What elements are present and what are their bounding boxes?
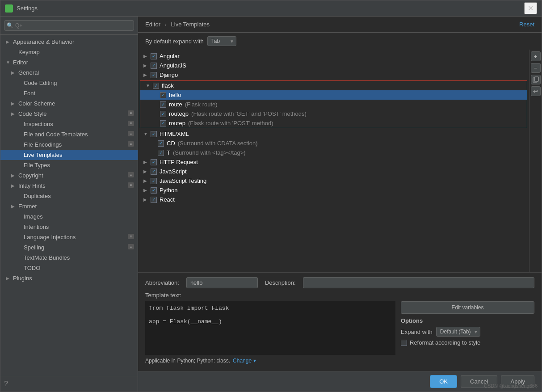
list-item[interactable]: CD (Surround with CDATA section) — [138, 139, 529, 148]
item-checkbox[interactable] — [158, 150, 164, 156]
group-expand-icon: ▶ — [143, 188, 149, 193]
item-checkbox[interactable] — [160, 120, 166, 126]
sidebar-item-live-templates[interactable]: Live Templates — [0, 150, 138, 160]
sidebar-item-label: Color Scheme — [18, 100, 55, 107]
options-panel: Options Expand with Default (Tab) Tab Sp… — [401, 317, 534, 346]
list-item[interactable]: ▶ Python — [138, 185, 529, 195]
list-item[interactable]: routep (Flask route with 'POST' method) — [140, 118, 527, 128]
sidebar-item-duplicates[interactable]: Duplicates — [0, 191, 138, 201]
item-checkbox[interactable] — [160, 101, 166, 108]
group-checkbox[interactable] — [151, 169, 157, 175]
list-item[interactable]: ▶ HTTP Request — [138, 157, 529, 167]
list-item[interactable]: ▶ JavaScript Testing — [138, 176, 529, 185]
sidebar-item-images[interactable]: Images — [0, 211, 138, 222]
sidebar-item-todo[interactable]: TODO — [0, 263, 138, 273]
sidebar-item-keymap[interactable]: Keymap — [0, 47, 138, 57]
sidebar-item-plugins[interactable]: ▶ Plugins — [0, 273, 138, 283]
svg-text:≡: ≡ — [130, 235, 132, 239]
sidebar-item-file-code-templates[interactable]: File and Code Templates ≡ — [0, 129, 138, 139]
options-label: Options — [401, 317, 534, 324]
close-button[interactable]: ✕ — [524, 2, 537, 14]
list-item[interactable]: ▼ HTML/XML — [138, 129, 529, 139]
list-item[interactable]: ▶ React — [138, 195, 529, 204]
template-name: CD — [167, 140, 175, 147]
edit-variables-button[interactable]: Edit variables — [401, 301, 534, 314]
list-item[interactable]: route (Flask route) — [140, 100, 527, 109]
add-button[interactable]: + — [531, 51, 541, 61]
sidebar-item-inspections[interactable]: Inspections ≡ — [0, 119, 138, 129]
reformat-checkbox[interactable] — [401, 340, 407, 346]
reset-button[interactable]: Reset — [519, 21, 534, 28]
expand-select[interactable]: Tab Space Enter — [207, 36, 236, 46]
list-item[interactable]: ▼ flask — [140, 81, 527, 90]
sidebar-item-code-style[interactable]: ▶ Code Style ≡ — [0, 109, 138, 119]
copy-button[interactable] — [531, 75, 541, 84]
item-checkbox[interactable] — [160, 111, 166, 117]
list-item[interactable]: ▶ Angular — [138, 51, 529, 61]
sidebar-item-appearance[interactable]: ▶ Appearance & Behavior — [0, 37, 138, 47]
change-link[interactable]: Change ▾ — [233, 358, 256, 364]
list-item[interactable]: routegp (Flask route with 'GET' and 'POS… — [140, 109, 527, 118]
sidebar-tree: ▶ Appearance & Behavior Keymap ▼ Editor … — [0, 35, 138, 376]
sidebar-item-code-editing[interactable]: Code Editing — [0, 78, 138, 88]
sidebar-item-copyright[interactable]: ▶ Copyright ≡ — [0, 170, 138, 181]
search-input[interactable] — [4, 20, 134, 31]
search-icon: 🔍 — [7, 22, 13, 29]
list-item[interactable]: ▶ Django — [138, 70, 529, 80]
template-editor[interactable]: from flask import Flask app = Flask(__na… — [145, 301, 395, 355]
sidebar-item-inlay-hints[interactable]: ▶ Inlay Hints ≡ — [0, 181, 138, 191]
sidebar-item-label: File and Code Templates — [24, 131, 88, 138]
group-expand-icon: ▶ — [143, 160, 149, 164]
svg-text:≡: ≡ — [130, 132, 132, 136]
restore-button[interactable]: ↩ — [531, 86, 541, 96]
item-checkbox[interactable] — [158, 140, 164, 147]
ok-button[interactable]: OK — [430, 375, 457, 388]
group-checkbox[interactable] — [151, 197, 157, 203]
expand-with-label: Expand with — [401, 329, 433, 335]
group-checkbox[interactable] — [151, 72, 157, 78]
sidebar-item-label: File Encodings — [24, 141, 62, 148]
sidebar-item-language-injections[interactable]: Language Injections ≡ — [0, 232, 138, 242]
list-item[interactable]: ▶ AngularJS — [138, 61, 529, 70]
group-checkbox[interactable] — [151, 178, 157, 184]
svg-text:≡: ≡ — [130, 142, 132, 146]
group-checkbox[interactable] — [151, 63, 157, 69]
item-checkbox[interactable] — [160, 92, 166, 98]
list-item[interactable]: T (Surround with <tag></tag>) — [138, 148, 529, 157]
sidebar-item-editor[interactable]: ▼ Editor — [0, 57, 138, 67]
list-item[interactable]: hello — [140, 90, 527, 100]
template-desc: (Flask route with 'POST' method) — [188, 120, 273, 126]
content-header: Editor › Live Templates Reset — [138, 17, 542, 33]
abbreviation-input[interactable] — [186, 277, 258, 288]
remove-button[interactable]: − — [531, 63, 541, 73]
sidebar-item-general[interactable]: ▶ General — [0, 67, 138, 78]
expand-arrow: ▶ — [6, 276, 11, 281]
sidebar-item-file-types[interactable]: File Types — [0, 160, 138, 170]
list-toolbar: + − ↩ — [529, 50, 542, 272]
expand-arrow: ▶ — [11, 183, 17, 188]
group-checkbox[interactable] — [151, 187, 157, 194]
sidebar-item-font[interactable]: Font — [0, 88, 138, 98]
search-wrapper: 🔍 — [4, 20, 134, 31]
sidebar-item-file-encodings[interactable]: File Encodings ≡ — [0, 139, 138, 150]
expand-with-select[interactable]: Default (Tab) Tab Space Enter — [436, 327, 480, 337]
change-arrow-icon: ▾ — [253, 358, 256, 364]
sidebar-item-spelling[interactable]: Spelling ≡ — [0, 242, 138, 253]
group-checkbox[interactable] — [151, 159, 157, 165]
group-checkbox[interactable] — [151, 131, 157, 137]
group-checkbox[interactable] — [151, 53, 157, 59]
group-checkbox[interactable] — [153, 83, 159, 89]
group-expand-icon: ▶ — [143, 54, 149, 59]
sidebar-item-emmet[interactable]: ▶ Emmet — [0, 201, 138, 211]
list-item[interactable]: ▶ JavaScript — [138, 167, 529, 176]
sidebar-item-label: Duplicates — [24, 193, 51, 199]
sidebar-item-color-scheme[interactable]: ▶ Color Scheme — [0, 98, 138, 109]
sidebar-item-label: Appearance & Behavior — [13, 38, 74, 45]
sidebar-item-textmate-bundles[interactable]: TextMate Bundles — [0, 253, 138, 263]
expand-label: By default expand with — [145, 38, 204, 45]
sidebar-item-intentions[interactable]: Intentions — [0, 222, 138, 232]
help-icon[interactable]: ? — [4, 380, 8, 388]
group-name: Python — [160, 187, 177, 194]
description-input[interactable] — [303, 277, 534, 288]
group-name: React — [160, 196, 175, 203]
